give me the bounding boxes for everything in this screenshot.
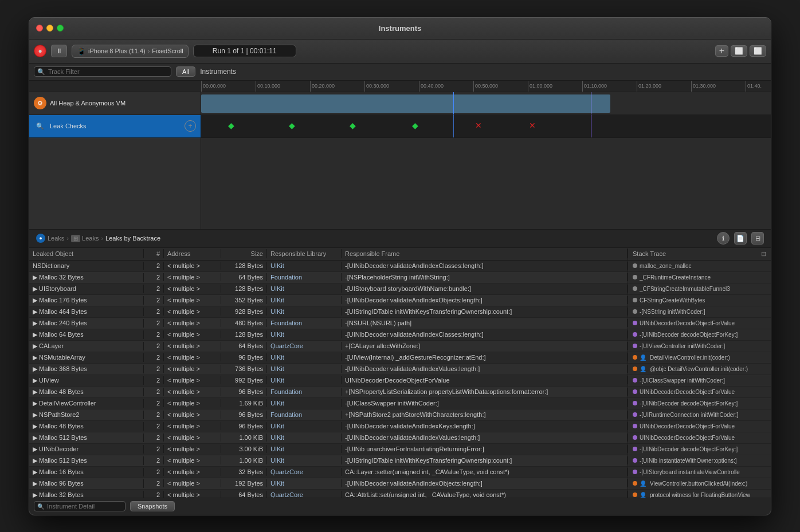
stack-item[interactable]: UINibDecoderDecodeObjectForValue [628, 421, 771, 432]
td-frame: +[CALayer allocWithZone:] [342, 342, 628, 350]
td-leaked-obj: ▶ Malloc 512 Bytes [29, 434, 144, 442]
ruler-mark: 01:20.000 [637, 81, 691, 92]
td-frame: -[UIView(Internal) _addGestureRecognizer… [342, 353, 628, 361]
td-size: 32 Bytes [221, 468, 267, 476]
table-row[interactable]: ▶ UINibDecoder 2 < multiple > 3.00 KiB U… [29, 444, 628, 455]
add-track-button[interactable]: + [185, 120, 196, 132]
td-lib: QuartzCore [267, 491, 342, 498]
th-lib[interactable]: Responsible Library [267, 249, 342, 258]
stack-item[interactable]: 👤 DetailViewController.init(coder:) [628, 352, 771, 364]
ruler-marks: 00:00.000 00:10.000 00:20.000 00:30.000 … [201, 81, 771, 92]
leaks-track-content[interactable]: ◆ ◆ ◆ ◆ ✕ ✕ [201, 115, 771, 137]
stack-item[interactable]: -[UIClassSwapper initWithCoder:] [628, 375, 771, 387]
td-count: 2 [144, 262, 164, 270]
table-row[interactable]: ▶ NSMutableArray 2 < multiple > 96 Bytes… [29, 352, 628, 364]
view-toggle-1[interactable]: ⬜ [731, 45, 747, 57]
maximize-button[interactable] [57, 25, 64, 31]
minimize-button[interactable] [46, 25, 53, 31]
stack-dot [633, 309, 637, 314]
table-row[interactable]: ▶ Malloc 64 Bytes 2 < multiple > 128 Byt… [29, 329, 628, 341]
export-button[interactable]: 📄 [734, 232, 747, 245]
th-leaked-obj[interactable]: Leaked Object [29, 249, 144, 258]
td-count: 2 [144, 388, 164, 396]
stack-item[interactable]: _CFStringCreateImmutableFunnel3 [628, 283, 771, 295]
stack-label: malloc_zone_malloc [640, 263, 692, 269]
table-row[interactable]: ▶ Malloc 464 Bytes 2 < multiple > 928 By… [29, 306, 628, 318]
table-row[interactable]: ▶ UIView 2 < multiple > 992 Bytes UIKit … [29, 375, 628, 387]
stack-item[interactable]: UINibDecoderDecodeObjectForValue [628, 432, 771, 444]
table-row[interactable]: ▶ Malloc 32 Bytes 2 < multiple > 64 Byte… [29, 490, 628, 498]
snapshots-button[interactable]: Snapshots [130, 501, 175, 511]
stack-label: UINibDecoderDecodeObjectForValue [640, 435, 735, 441]
stack-item[interactable]: 👤 protocol witness for FloatingButtonVie… [628, 490, 771, 498]
bottom-filter-wrap: 🔍 [34, 501, 126, 511]
table-row[interactable]: ▶ DetailViewController 2 < multiple > 1.… [29, 398, 628, 409]
stack-item[interactable]: -[NSString initWithCoder:] [628, 306, 771, 318]
close-button[interactable] [36, 25, 43, 31]
table-row[interactable]: ▶ Malloc 48 Bytes 2 < multiple > 96 Byte… [29, 421, 628, 432]
table-row[interactable]: ▶ Malloc 176 Bytes 2 < multiple > 352 By… [29, 295, 628, 306]
stack-item[interactable]: -[UIViewController initWithCoder:] [628, 341, 771, 352]
table-row[interactable]: ▶ CALayer 2 < multiple > 64 Bytes Quartz… [29, 341, 628, 352]
stack-item[interactable]: _CFRuntimeCreateInstance [628, 272, 771, 283]
table-row[interactable]: ▶ Malloc 512 Bytes 2 < multiple > 1.00 K… [29, 432, 628, 444]
instrument-detail-input[interactable] [34, 501, 126, 511]
stack-item[interactable]: UINibDecoderDecodeObjectForValue [628, 387, 771, 398]
stack-item[interactable]: -[UIStoryboard instantiateViewControlle [628, 467, 771, 478]
th-size[interactable]: Size [221, 249, 267, 258]
view-toggle-2[interactable]: ⬜ [750, 45, 766, 57]
all-button[interactable]: All [176, 66, 195, 77]
table-row[interactable]: ▶ Malloc 368 Bytes 2 < multiple > 736 By… [29, 364, 628, 375]
td-size: 992 Bytes [221, 376, 267, 384]
bottom-search-icon: 🔍 [37, 503, 44, 510]
stack-settings-icon[interactable]: ⊟ [761, 250, 766, 258]
table-row[interactable]: ▶ Malloc 240 Bytes 2 < multiple > 480 By… [29, 318, 628, 329]
record-button[interactable]: ● [34, 45, 46, 57]
stack-item[interactable]: -[UINibDecoder decodeObjectForKey:] [628, 329, 771, 341]
table-row[interactable]: ▶ Malloc 32 Bytes 2 < multiple > 64 Byte… [29, 272, 628, 283]
table-row[interactable]: ▶ Malloc 96 Bytes 2 < multiple > 192 Byt… [29, 478, 628, 490]
td-frame: -[UINibDecoder validateAndIndexValues:le… [342, 434, 628, 442]
breadcrumb-item-0[interactable]: Leaks [48, 235, 64, 242]
td-size: 128 Bytes [221, 285, 267, 293]
device-icon: 📱 [77, 47, 86, 56]
stack-item[interactable]: CFStringCreateWithBytes [628, 295, 771, 306]
stack-item[interactable]: 👤 ViewController.buttonClickedAt(index:) [628, 478, 771, 490]
table-row[interactable]: ▶ UIStoryboard 2 < multiple > 128 Bytes … [29, 283, 628, 295]
add-instrument-button[interactable]: + [715, 45, 728, 57]
table-row[interactable]: ▶ NSPathStore2 2 < multiple > 96 Bytes F… [29, 409, 628, 421]
stack-item[interactable]: -[UINibDecoder decodeObjectForKey:] [628, 444, 771, 455]
heap-track-label[interactable]: ⚙ All Heap & Anonymous VM [29, 92, 201, 115]
column-settings-button[interactable]: ⊟ [751, 232, 764, 245]
pause-button[interactable]: ⏸ [51, 45, 67, 57]
table-row[interactable]: NSDictionary 2 < multiple > 128 Bytes UI… [29, 261, 628, 272]
table-row[interactable]: ▶ Malloc 512 Bytes 2 < multiple > 1.00 K… [29, 455, 628, 467]
device-selector[interactable]: 📱 iPhone 8 Plus (11.4) › FixedScroll [72, 45, 189, 58]
stack-panel: Stack Trace ⊟ malloc_zone_malloc _CFRunt… [628, 248, 771, 498]
breadcrumb-item-1[interactable]: ⊞ Leaks [71, 235, 99, 242]
info-button[interactable]: ℹ [717, 232, 730, 245]
stack-item[interactable]: -[UINibDecoder decodeObjectForKey:] [628, 398, 771, 409]
stack-label: DetailViewController.init(coder:) [650, 354, 730, 361]
td-count: 2 [144, 285, 164, 293]
heap-track-content[interactable] [201, 92, 771, 115]
table-row[interactable]: ▶ Malloc 48 Bytes 2 < multiple > 96 Byte… [29, 387, 628, 398]
th-count[interactable]: # [144, 249, 164, 258]
stack-item[interactable]: -[UIRuntimeConnection initWithCoder:] [628, 409, 771, 421]
th-frame[interactable]: Responsible Frame [342, 249, 628, 258]
stack-item[interactable]: UINibDecoderDecodeObjectForValue [628, 318, 771, 329]
stack-item[interactable]: malloc_zone_malloc [628, 261, 771, 272]
ruler-mark: 01:40. [746, 81, 771, 92]
leaks-track-label[interactable]: 🔍 Leak Checks + [29, 115, 201, 137]
main-table[interactable]: Leaked Object # Address Size Responsible… [29, 248, 628, 498]
track-filter-input[interactable] [34, 66, 171, 77]
stack-item[interactable]: -[UINib instantiateWithOwner:options:] [628, 455, 771, 467]
stack-item[interactable]: 👤 @objc DetailViewController.init(coder:… [628, 364, 771, 375]
record-icon: ● [38, 47, 42, 55]
td-address: < multiple > [164, 365, 221, 373]
device-label: iPhone 8 Plus (11.4) [88, 48, 146, 54]
table-row[interactable]: ▶ Malloc 16 Bytes 2 < multiple > 32 Byte… [29, 467, 628, 478]
breadcrumb-item-2[interactable]: Leaks by Backtrace [105, 235, 160, 242]
td-lib: UIKit [267, 456, 342, 464]
th-address[interactable]: Address [164, 249, 221, 258]
